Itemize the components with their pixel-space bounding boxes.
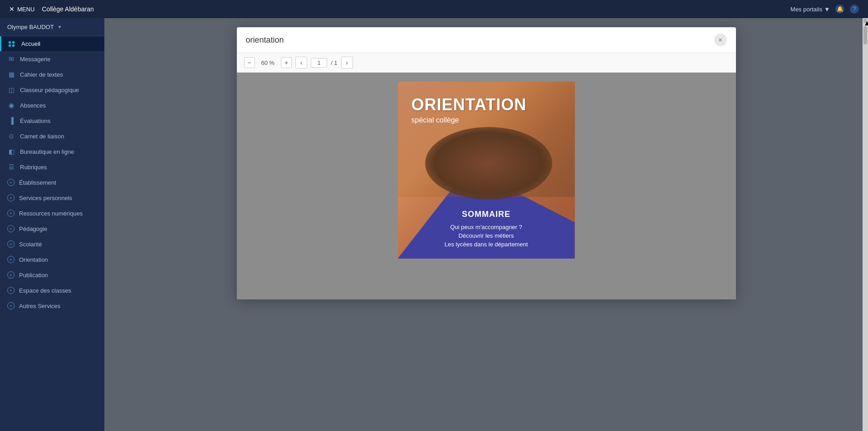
pdf-students-shapes bbox=[425, 127, 552, 200]
sidebar-section-label-espace: Espace des classes bbox=[19, 287, 71, 294]
sidebar-section-label-autres: Autres Services bbox=[19, 303, 60, 309]
sidebar-item-orientation[interactable]: + Orientation bbox=[0, 252, 104, 267]
sidebar-item-espace[interactable]: + Espace des classes bbox=[0, 283, 104, 298]
sidebar-item-label-cahier: Cahier de textes bbox=[20, 71, 63, 78]
plus-icon-pedagogie: + bbox=[7, 225, 15, 232]
portails-chevron-icon: ▼ bbox=[824, 6, 830, 13]
plus-icon-scolarite: + bbox=[7, 240, 15, 248]
pdf-sommaire-item-2: Découvrir les métiers bbox=[398, 232, 575, 239]
sidebar-item-label-absences: Absences bbox=[20, 102, 46, 109]
sidebar-item-services[interactable]: + Services personnels bbox=[0, 190, 104, 206]
plus-icon-publication: + bbox=[7, 271, 15, 279]
user-section[interactable]: Olympe BAUDOT ▼ bbox=[0, 18, 104, 36]
modal-body[interactable]: ORIENTATION spécial collège SOMMAIRE Qui… bbox=[237, 73, 736, 299]
sidebar-section-label-scolarite: Scolarité bbox=[19, 241, 42, 248]
main-layout: Olympe BAUDOT ▼ Accueil ✉ Messagerie ▦ C… bbox=[0, 18, 868, 431]
content-area: orientation × − 60 % + ‹ / 1 › bbox=[104, 18, 868, 431]
sidebar-item-pedagogie[interactable]: + Pédagogie bbox=[0, 221, 104, 236]
pdf-subtitle: spécial collège bbox=[412, 116, 561, 124]
sidebar-section-label-orientation: Orientation bbox=[19, 256, 48, 263]
pdf-main-title: ORIENTATION bbox=[412, 95, 561, 114]
help-icon[interactable]: ? bbox=[850, 5, 859, 14]
sidebar-section-label-services: Services personnels bbox=[19, 195, 72, 201]
sidebar-section-label-publication: Publication bbox=[19, 272, 48, 279]
plus-icon-etablissement: + bbox=[7, 179, 15, 186]
envelope-icon: ✉ bbox=[7, 55, 15, 63]
plus-icon-ressources: + bbox=[7, 210, 15, 217]
sidebar-item-etablissement[interactable]: + Établissement bbox=[0, 175, 104, 190]
sidebar-item-label-rubriques: Rubriques bbox=[20, 164, 47, 171]
page-next-button[interactable]: › bbox=[341, 57, 353, 69]
sidebar-item-label-messagerie: Messagerie bbox=[20, 56, 50, 63]
user-icon: ◉ bbox=[7, 102, 15, 109]
sidebar: Olympe BAUDOT ▼ Accueil ✉ Messagerie ▦ C… bbox=[0, 18, 104, 431]
pdf-sommaire-area: SOMMAIRE Qui peux m'accompagner ? Découv… bbox=[398, 210, 575, 250]
sidebar-section-label-etablissement: Établissement bbox=[19, 179, 56, 186]
page-number-input[interactable] bbox=[311, 58, 327, 68]
sidebar-item-absences[interactable]: ◉ Absences bbox=[0, 98, 104, 113]
pdf-page: ORIENTATION spécial collège SOMMAIRE Qui… bbox=[398, 82, 575, 259]
folder-icon: ◫ bbox=[7, 86, 15, 93]
sidebar-item-cahier[interactable]: ▦ Cahier de textes bbox=[0, 67, 104, 82]
page-total-display: / 1 bbox=[331, 59, 337, 66]
list-icon: ☰ bbox=[7, 163, 15, 171]
sidebar-item-evaluations[interactable]: ▐ Évaluations bbox=[0, 113, 104, 128]
sidebar-section-label-ressources: Ressources numériques bbox=[19, 210, 83, 217]
page-prev-button[interactable]: ‹ bbox=[295, 57, 307, 69]
modal-dialog: orientation × − 60 % + ‹ / 1 › bbox=[237, 27, 736, 299]
top-bar-right: Mes portails ▼ 🔔 ? bbox=[790, 5, 859, 14]
sidebar-item-label-evaluations: Évaluations bbox=[20, 118, 50, 124]
sidebar-item-ressources[interactable]: + Ressources numériques bbox=[0, 206, 104, 221]
menu-x-icon: ✕ bbox=[9, 5, 15, 13]
modal-toolbar: − 60 % + ‹ / 1 › bbox=[237, 53, 736, 73]
pdf-title-area: ORIENTATION spécial collège bbox=[412, 95, 561, 124]
grid-icon bbox=[9, 41, 17, 47]
user-name: Olympe BAUDOT bbox=[7, 24, 54, 30]
top-bar: ✕ MENU Collège Aldébaran Mes portails ▼ … bbox=[0, 0, 868, 18]
chart-icon: ▐ bbox=[7, 117, 15, 124]
plus-icon-orientation: + bbox=[7, 256, 15, 263]
sidebar-item-rubriques[interactable]: ☰ Rubriques bbox=[0, 159, 104, 175]
sidebar-item-label-bureautique: Bureautique en ligne bbox=[20, 148, 74, 155]
sidebar-item-publication[interactable]: + Publication bbox=[0, 267, 104, 283]
user-chevron-icon: ▼ bbox=[58, 24, 62, 29]
sidebar-item-label-accueil: Accueil bbox=[21, 40, 40, 47]
pdf-sommaire-item-1: Qui peux m'accompagner ? bbox=[398, 224, 575, 230]
link-icon: ⊙ bbox=[7, 132, 15, 140]
notification-icon[interactable]: 🔔 bbox=[835, 5, 844, 14]
sidebar-section-label-pedagogie: Pédagogie bbox=[19, 225, 47, 232]
file-icon: ◧ bbox=[7, 148, 15, 155]
portails-button[interactable]: Mes portails ▼ bbox=[790, 6, 830, 13]
modal-overlay[interactable]: orientation × − 60 % + ‹ / 1 › bbox=[104, 18, 868, 431]
plus-icon-autres: + bbox=[7, 302, 15, 309]
plus-icon-services: + bbox=[7, 194, 15, 201]
school-name: Collège Aldébaran bbox=[42, 5, 93, 13]
sidebar-item-scolarite[interactable]: + Scolarité bbox=[0, 236, 104, 252]
pdf-sommaire-heading: SOMMAIRE bbox=[398, 210, 575, 219]
sidebar-item-carnet[interactable]: ⊙ Carnet de liaison bbox=[0, 128, 104, 144]
zoom-out-button[interactable]: − bbox=[244, 57, 255, 68]
sidebar-item-classeur[interactable]: ◫ Classeur pédagogique bbox=[0, 82, 104, 98]
menu-label: MENU bbox=[17, 6, 34, 13]
sidebar-item-label-classeur: Classeur pédagogique bbox=[20, 87, 79, 93]
modal-title: orientation bbox=[246, 35, 284, 45]
modal-close-button[interactable]: × bbox=[714, 34, 727, 46]
calendar-icon: ▦ bbox=[7, 71, 15, 78]
zoom-level-display: 60 % bbox=[259, 59, 278, 66]
sidebar-item-accueil[interactable]: Accueil bbox=[0, 36, 104, 51]
sidebar-item-bureautique[interactable]: ◧ Bureautique en ligne bbox=[0, 144, 104, 159]
sidebar-item-messagerie[interactable]: ✉ Messagerie bbox=[0, 51, 104, 67]
portails-label: Mes portails bbox=[790, 6, 822, 13]
sidebar-item-label-carnet: Carnet de liaison bbox=[20, 133, 64, 140]
modal-header: orientation × bbox=[237, 27, 736, 53]
top-bar-left: ✕ MENU Collège Aldébaran bbox=[9, 5, 94, 13]
pdf-sommaire-item-3: Les lycées dans le département bbox=[398, 241, 575, 248]
plus-icon-espace: + bbox=[7, 287, 15, 294]
menu-button[interactable]: ✕ MENU bbox=[9, 5, 34, 13]
sidebar-item-autres[interactable]: + Autres Services bbox=[0, 298, 104, 313]
zoom-in-button[interactable]: + bbox=[281, 57, 292, 68]
